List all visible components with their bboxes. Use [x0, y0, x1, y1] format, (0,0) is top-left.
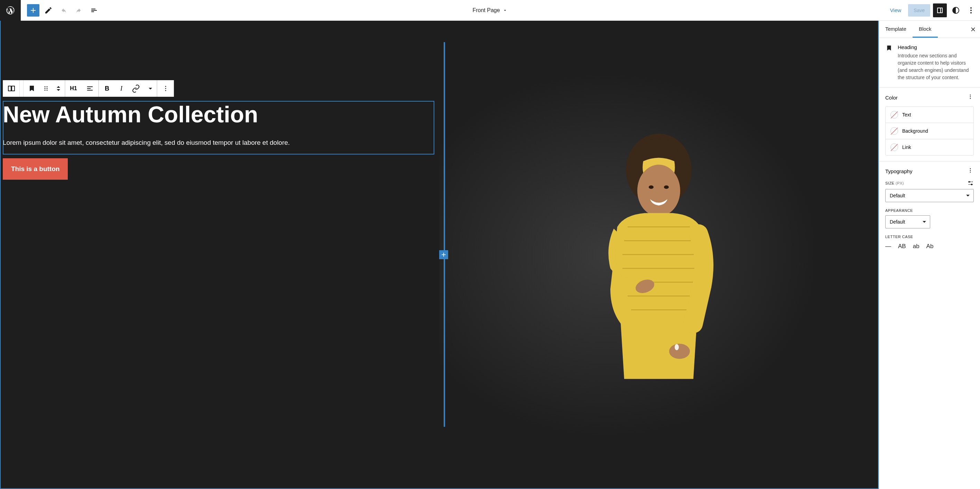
- size-select[interactable]: Default: [885, 189, 974, 202]
- svg-rect-3: [8, 86, 11, 91]
- svg-point-21: [675, 344, 679, 351]
- typography-panel: Typography SIZE (PX) Default: [879, 161, 980, 256]
- lettercase-none[interactable]: —: [885, 243, 891, 250]
- more-text-options-button[interactable]: [144, 80, 157, 97]
- styles-button[interactable]: [950, 4, 962, 17]
- italic-icon: I: [120, 85, 123, 92]
- redo-icon: [75, 6, 83, 14]
- column-resize-handle[interactable]: [444, 42, 445, 427]
- list-icon: [90, 6, 98, 14]
- document-title: Front Page: [473, 7, 500, 13]
- block-options-button[interactable]: [157, 80, 173, 97]
- add-block-button[interactable]: [27, 4, 40, 17]
- italic-button[interactable]: I: [115, 80, 127, 97]
- undo-button[interactable]: [57, 4, 70, 17]
- save-button: Save: [908, 4, 930, 17]
- settings-sidebar-toggle[interactable]: [933, 3, 947, 17]
- settings-sidebar: Template Block Heading Introduce new sec…: [879, 21, 980, 489]
- size-select-wrap: Default: [885, 189, 974, 202]
- svg-point-16: [637, 165, 680, 217]
- chevrons-icon: [54, 84, 63, 93]
- block-type-button[interactable]: [3, 80, 19, 97]
- editor-canvas[interactable]: H1 B I: [0, 21, 879, 489]
- svg-point-23: [970, 97, 971, 97]
- color-panel-menu[interactable]: [967, 93, 974, 102]
- person-image: [576, 21, 742, 488]
- contrast-icon: [951, 6, 960, 14]
- drag-handle[interactable]: [40, 80, 52, 97]
- button-block[interactable]: This is a button: [3, 158, 68, 180]
- lettercase-lower[interactable]: ab: [913, 243, 920, 250]
- tab-template[interactable]: Template: [879, 21, 913, 38]
- wordpress-logo[interactable]: [0, 0, 21, 21]
- canvas-right-column: [439, 21, 878, 488]
- lettercase-upper[interactable]: AB: [898, 243, 906, 250]
- color-panel-title: Color: [885, 95, 898, 100]
- more-vertical-icon: [161, 84, 170, 93]
- svg-point-17: [649, 186, 654, 189]
- paragraph-block[interactable]: Lorem ipsum dolor sit amet, consectetur …: [1, 138, 433, 148]
- heading-block-icon: [885, 44, 893, 81]
- columns-icon: [7, 84, 16, 93]
- svg-point-10: [47, 90, 48, 91]
- more-vertical-icon: [967, 93, 974, 100]
- color-swatch-empty: [891, 127, 898, 135]
- sidebar-tabs: Template Block: [879, 21, 980, 38]
- close-sidebar-button[interactable]: [966, 21, 980, 38]
- options-button[interactable]: [965, 4, 977, 17]
- block-toolbar: H1 B I: [3, 80, 174, 97]
- redo-button[interactable]: [73, 4, 85, 17]
- chevron-down-icon: [146, 84, 154, 93]
- plus-icon: [440, 251, 447, 258]
- svg-point-8: [47, 88, 48, 89]
- plus-icon: [29, 6, 37, 14]
- color-swatch-empty: [891, 111, 898, 119]
- heading-block-button[interactable]: [23, 80, 40, 97]
- block-info-panel: Heading Introduce new sections and organ…: [879, 38, 980, 88]
- document-title-area[interactable]: Front Page: [473, 7, 507, 13]
- align-left-icon: [86, 84, 94, 93]
- move-up-down-button[interactable]: [52, 80, 65, 97]
- link-button[interactable]: [127, 80, 144, 97]
- svg-rect-4: [12, 86, 14, 91]
- bold-button[interactable]: B: [99, 80, 115, 97]
- chevron-down-icon: [503, 8, 508, 13]
- svg-point-11: [165, 86, 166, 87]
- close-icon: [970, 26, 977, 33]
- block-info-description: Introduce new sections and organize cont…: [898, 52, 974, 81]
- color-list: Text Background Link: [885, 106, 974, 156]
- lettercase-capitalize[interactable]: Ab: [926, 243, 934, 250]
- drag-icon: [42, 84, 50, 93]
- undo-icon: [59, 6, 68, 14]
- settings-sliders-icon[interactable]: [967, 180, 974, 186]
- color-item-text[interactable]: Text: [886, 107, 974, 123]
- typography-panel-menu[interactable]: [967, 167, 974, 175]
- color-swatch-empty: [891, 143, 898, 151]
- color-item-background[interactable]: Background: [886, 123, 974, 139]
- svg-point-0: [970, 7, 972, 9]
- link-icon: [132, 84, 140, 93]
- svg-point-20: [669, 344, 690, 359]
- svg-point-22: [970, 95, 971, 96]
- lettercase-options: — AB ab Ab: [885, 241, 974, 250]
- svg-point-24: [970, 98, 971, 99]
- heading-level-button[interactable]: H1: [65, 80, 82, 97]
- typography-panel-title: Typography: [885, 168, 912, 174]
- appearance-select-wrap: Default: [885, 215, 930, 229]
- svg-point-18: [664, 186, 669, 189]
- document-overview-button[interactable]: [88, 4, 100, 17]
- align-button[interactable]: [82, 80, 98, 97]
- svg-point-7: [45, 88, 46, 89]
- more-vertical-icon: [967, 167, 974, 174]
- color-item-link[interactable]: Link: [886, 139, 974, 155]
- pencil-icon: [44, 6, 52, 14]
- view-link[interactable]: View: [886, 5, 905, 16]
- topbar-right-tools: View Save: [886, 3, 980, 17]
- insert-block-button[interactable]: [439, 250, 448, 259]
- tab-block[interactable]: Block: [913, 21, 938, 38]
- svg-point-6: [47, 86, 48, 87]
- wordpress-icon: [6, 6, 15, 15]
- appearance-select[interactable]: Default: [885, 215, 930, 229]
- color-panel: Color Text Background: [879, 88, 980, 161]
- edit-mode-button[interactable]: [42, 4, 55, 17]
